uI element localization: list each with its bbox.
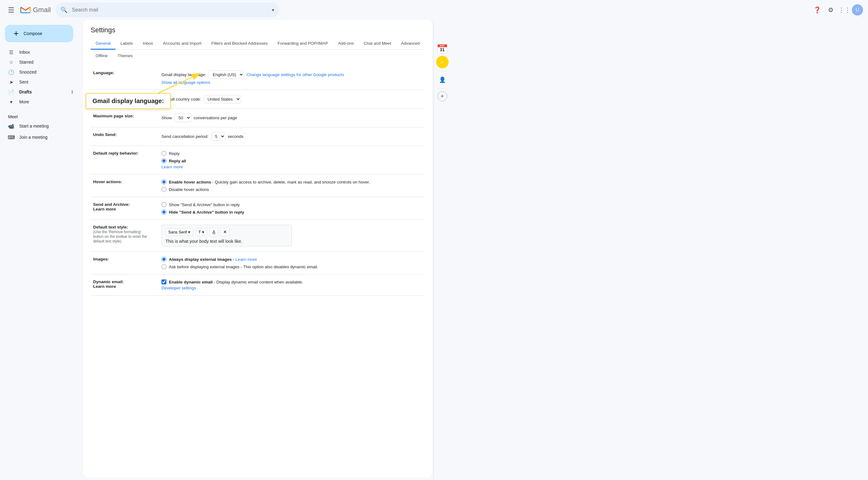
reply-all-option[interactable]: Reply all <box>161 158 422 163</box>
join-meeting-item[interactable]: ⌨ Join a meeting <box>0 132 78 143</box>
always-display-option[interactable]: Always display external images - Learn m… <box>161 257 422 262</box>
send-archive-value: Show "Send & Archive" button in reply Hi… <box>159 197 425 220</box>
send-archive-learn-more[interactable]: Learn more <box>93 207 116 211</box>
tab-labels[interactable]: Labels <box>116 38 138 50</box>
hamburger-button[interactable] <box>5 4 18 16</box>
ask-before-display-option[interactable]: Ask before displaying external images - … <box>161 264 422 269</box>
tab-inbox[interactable]: Inbox <box>138 38 158 50</box>
inbox-icon: ☰ <box>8 49 14 55</box>
dynamic-email-learn-more[interactable]: Learn more <box>93 284 116 289</box>
sidebar-item-drafts[interactable]: 📄 Drafts 1 <box>0 87 78 97</box>
disable-hover-option[interactable]: Disable hover actions <box>161 187 422 192</box>
show-send-archive-radio[interactable] <box>161 202 166 207</box>
inbox-label: Inbox <box>19 50 73 55</box>
start-meeting-label: Start a meeting <box>19 124 49 128</box>
sidebar-item-starred[interactable]: ☆ Starred <box>0 57 78 67</box>
reply-all-radio[interactable] <box>161 158 166 163</box>
language-row: Language: Gmail display language: Englis… <box>91 65 425 90</box>
subtab-themes[interactable]: Themes <box>113 51 138 61</box>
tab-accounts[interactable]: Accounts and Import <box>158 38 207 50</box>
search-input[interactable] <box>56 2 279 18</box>
text-style-label: Default text style: (Use the 'Remove for… <box>91 220 159 252</box>
ask-before-display-radio[interactable] <box>161 264 166 269</box>
dynamic-email-checkbox[interactable] <box>161 279 166 284</box>
show-all-languages-link[interactable]: Show all language options <box>161 80 211 85</box>
gmail-logo: Gmail <box>20 4 51 16</box>
tab-general[interactable]: General <box>91 38 116 50</box>
show-send-archive-label: Show "Send & Archive" button in reply <box>169 203 240 207</box>
developer-settings-link[interactable]: Developer settings <box>161 286 196 290</box>
images-learn-more[interactable]: Learn more <box>236 257 257 262</box>
annotation-box: Gmail display language: <box>86 93 171 109</box>
tab-filters[interactable]: Filters and Blocked Addresses <box>207 38 273 50</box>
tasks-icon-button[interactable]: ✓ <box>436 56 448 68</box>
calendar-icon-button[interactable]: MAY 31 <box>436 42 448 55</box>
sidebar-item-sent[interactable]: ➤ Sent <box>0 77 78 87</box>
add-apps-button[interactable]: + <box>437 91 447 101</box>
reply-radio[interactable] <box>161 151 166 156</box>
always-display-radio[interactable] <box>161 257 166 262</box>
remove-formatting-button[interactable]: ✕ <box>221 228 229 236</box>
start-meeting-icon: 📹 <box>8 123 14 129</box>
hide-send-archive-option[interactable]: Hide "Send & Archive" button in reply <box>161 210 422 214</box>
font-select-button[interactable]: Sans Serif ▾ <box>165 228 193 236</box>
language-label: Language: <box>91 65 159 90</box>
images-row: Images: Always display external images -… <box>91 252 425 274</box>
reply-all-label: Reply all <box>169 159 186 163</box>
right-sidebar: MAY 31 ✓ 👤 + <box>433 20 451 480</box>
default-reply-learn-more[interactable]: Learn more <box>161 164 183 169</box>
disable-hover-radio[interactable] <box>161 187 166 192</box>
tab-forwarding[interactable]: Forwarding and POP/IMAP <box>273 38 333 50</box>
enable-hover-label: Enable hover actions - Quickly gain acce… <box>169 180 370 184</box>
page-size-label: Maximum page size: <box>91 109 159 127</box>
contacts-icon-button[interactable]: 👤 <box>436 73 448 86</box>
language-select[interactable]: English (US) <box>209 70 244 79</box>
tab-chat[interactable]: Chat and Meet <box>359 38 396 50</box>
drafts-icon: 📄 <box>8 89 14 95</box>
subtab-offline[interactable]: Offline <box>91 51 113 61</box>
page-size-row: Maximum page size: Show 50 conversations… <box>91 109 425 127</box>
enable-hover-radio[interactable] <box>161 179 166 184</box>
enable-hover-option[interactable]: Enable hover actions - Quickly gain acce… <box>161 179 422 184</box>
hide-send-archive-radio[interactable] <box>161 210 166 214</box>
account-avatar[interactable]: U <box>852 4 863 16</box>
settings-button[interactable]: ⚙ <box>825 4 837 16</box>
sidebar-item-snoozed[interactable]: 🕐 Snoozed <box>0 67 78 77</box>
cancellation-period-select[interactable]: 5 <box>211 132 225 141</box>
change-language-link[interactable]: Change language settings for other Googl… <box>247 72 344 77</box>
apps-button[interactable]: ⋮⋮ <box>838 4 850 16</box>
tab-advanced[interactable]: Advanced <box>396 38 425 50</box>
text-size-button[interactable]: T ▾ <box>195 228 207 236</box>
page-size-suffix: conversations per page <box>194 116 237 120</box>
more-label: More <box>19 99 73 104</box>
join-meeting-label: Join a meeting <box>19 135 48 140</box>
text-style-box: Sans Serif ▾ T ▾ A ✕ <box>161 225 292 246</box>
join-meeting-icon: ⌨ <box>8 134 14 140</box>
right-sidebar-divider <box>437 71 447 71</box>
meet-section: Meet 📹 Start a meeting ⌨ Join a meeting <box>0 112 83 145</box>
dynamic-email-option[interactable]: Enable dynamic email - Display dynamic e… <box>161 279 422 284</box>
reply-option[interactable]: Reply <box>161 151 422 156</box>
search-dropdown-icon[interactable]: ▾ <box>272 7 274 12</box>
default-reply-value: Reply Reply all Learn more <box>159 146 425 175</box>
compose-label: Compose <box>24 31 42 36</box>
sidebar-item-inbox[interactable]: ☰ Inbox <box>0 47 78 57</box>
page-size-select[interactable]: 50 <box>175 114 191 122</box>
gmail-logo-text: Gmail <box>33 6 51 14</box>
undo-send-row: Undo Send: Send cancellation period: 5 s… <box>91 127 425 146</box>
search-bar[interactable]: 🔍 ▾ <box>56 2 279 18</box>
country-code-select[interactable]: United States <box>204 95 241 103</box>
help-button[interactable]: ❓ <box>811 4 823 16</box>
sidebar-item-more[interactable]: ▾ More <box>0 97 78 107</box>
dynamic-email-row: Dynamic email: Learn more Enable dynamic… <box>91 274 425 296</box>
text-color-button[interactable]: A <box>210 228 218 236</box>
show-send-archive-option[interactable]: Show "Send & Archive" button in reply <box>161 202 422 207</box>
language-value: Gmail display language: English (US) Cha… <box>159 65 425 90</box>
start-meeting-item[interactable]: 📹 Start a meeting <box>0 120 78 132</box>
text-style-value: Sans Serif ▾ T ▾ A ✕ <box>159 220 425 252</box>
more-icon: ▾ <box>8 99 14 105</box>
settings-subtabs: Offline Themes <box>91 50 425 61</box>
tab-addons[interactable]: Add-ons <box>333 38 359 50</box>
compose-button[interactable]: Compose <box>5 25 73 42</box>
page-size-prefix: Show <box>161 116 172 120</box>
